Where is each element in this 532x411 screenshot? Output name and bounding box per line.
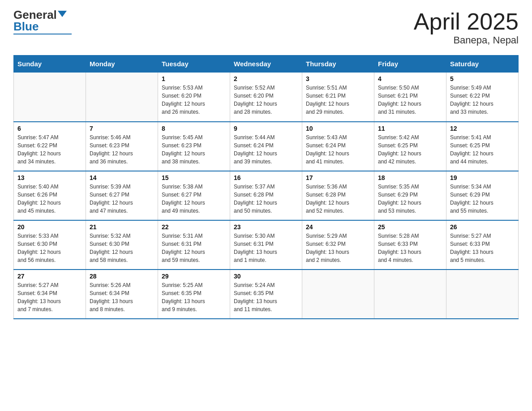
day-cell: 7Sunrise: 5:46 AM Sunset: 6:23 PM Daylig…	[86, 122, 158, 171]
day-number: 22	[162, 223, 226, 231]
header-cell-sunday: Sunday	[14, 56, 86, 73]
day-cell: 14Sunrise: 5:39 AM Sunset: 6:27 PM Dayli…	[86, 171, 158, 220]
calendar-table: SundayMondayTuesdayWednesdayThursdayFrid…	[13, 55, 519, 319]
day-number: 11	[378, 125, 442, 132]
day-info: Sunrise: 5:24 AM Sunset: 6:35 PM Dayligh…	[234, 281, 298, 313]
day-info: Sunrise: 5:28 AM Sunset: 6:33 PM Dayligh…	[378, 232, 442, 264]
day-number: 8	[162, 125, 226, 132]
day-number: 10	[306, 125, 370, 132]
header-cell-monday: Monday	[86, 56, 158, 73]
day-number: 14	[90, 174, 154, 181]
day-number: 5	[450, 75, 515, 82]
day-info: Sunrise: 5:35 AM Sunset: 6:29 PM Dayligh…	[378, 183, 442, 215]
day-cell: 27Sunrise: 5:27 AM Sunset: 6:34 PM Dayli…	[14, 270, 86, 319]
day-info: Sunrise: 5:26 AM Sunset: 6:34 PM Dayligh…	[90, 281, 154, 313]
day-info: Sunrise: 5:34 AM Sunset: 6:29 PM Dayligh…	[450, 183, 515, 215]
day-number: 2	[234, 75, 298, 82]
logo-blue-text: Blue	[13, 21, 39, 32]
day-number: 21	[90, 223, 154, 231]
day-cell: 28Sunrise: 5:26 AM Sunset: 6:34 PM Dayli…	[86, 270, 158, 319]
day-cell: 26Sunrise: 5:27 AM Sunset: 6:33 PM Dayli…	[446, 220, 519, 270]
calendar-header: SundayMondayTuesdayWednesdayThursdayFrid…	[14, 56, 519, 73]
header-cell-friday: Friday	[374, 56, 446, 73]
day-info: Sunrise: 5:42 AM Sunset: 6:25 PM Dayligh…	[378, 133, 442, 166]
day-cell: 15Sunrise: 5:38 AM Sunset: 6:27 PM Dayli…	[158, 171, 230, 220]
day-number: 27	[17, 273, 82, 280]
day-cell: 30Sunrise: 5:24 AM Sunset: 6:35 PM Dayli…	[230, 270, 302, 319]
day-cell: 4Sunrise: 5:50 AM Sunset: 6:21 PM Daylig…	[374, 73, 446, 122]
week-row-2: 6Sunrise: 5:47 AM Sunset: 6:22 PM Daylig…	[14, 122, 519, 171]
day-cell: 17Sunrise: 5:36 AM Sunset: 6:28 PM Dayli…	[302, 171, 374, 220]
day-info: Sunrise: 5:38 AM Sunset: 6:27 PM Dayligh…	[162, 183, 226, 215]
day-number: 15	[162, 174, 226, 181]
day-cell: 20Sunrise: 5:33 AM Sunset: 6:30 PM Dayli…	[14, 220, 86, 270]
day-cell	[86, 73, 158, 122]
day-info: Sunrise: 5:25 AM Sunset: 6:35 PM Dayligh…	[162, 281, 226, 313]
day-number: 9	[234, 125, 298, 132]
logo-underline	[13, 34, 72, 34]
day-cell: 10Sunrise: 5:43 AM Sunset: 6:24 PM Dayli…	[302, 122, 374, 171]
day-info: Sunrise: 5:43 AM Sunset: 6:24 PM Dayligh…	[306, 133, 370, 166]
day-cell: 21Sunrise: 5:32 AM Sunset: 6:30 PM Dayli…	[86, 220, 158, 270]
day-cell: 1Sunrise: 5:53 AM Sunset: 6:20 PM Daylig…	[158, 73, 230, 122]
day-cell: 2Sunrise: 5:52 AM Sunset: 6:20 PM Daylig…	[230, 73, 302, 122]
day-cell: 13Sunrise: 5:40 AM Sunset: 6:26 PM Dayli…	[14, 171, 86, 220]
day-cell: 12Sunrise: 5:41 AM Sunset: 6:25 PM Dayli…	[446, 122, 519, 171]
day-cell	[302, 270, 374, 319]
header-cell-thursday: Thursday	[302, 56, 374, 73]
day-number: 17	[306, 174, 370, 181]
day-info: Sunrise: 5:41 AM Sunset: 6:25 PM Dayligh…	[450, 133, 515, 166]
day-number: 29	[162, 273, 226, 280]
day-cell: 9Sunrise: 5:44 AM Sunset: 6:24 PM Daylig…	[230, 122, 302, 171]
week-row-5: 27Sunrise: 5:27 AM Sunset: 6:34 PM Dayli…	[14, 270, 519, 319]
title-block: April 2025 Banepa, Nepal	[414, 9, 519, 46]
day-info: Sunrise: 5:33 AM Sunset: 6:30 PM Dayligh…	[17, 232, 82, 264]
header-cell-wednesday: Wednesday	[230, 56, 302, 73]
day-info: Sunrise: 5:49 AM Sunset: 6:22 PM Dayligh…	[450, 84, 515, 116]
logo-general-text: General	[13, 9, 57, 21]
page-header: General Blue April 2025 Banepa, Nepal	[13, 9, 519, 46]
day-number: 3	[306, 75, 370, 82]
day-cell: 23Sunrise: 5:30 AM Sunset: 6:31 PM Dayli…	[230, 220, 302, 270]
day-info: Sunrise: 5:39 AM Sunset: 6:27 PM Dayligh…	[90, 183, 154, 215]
page-title: April 2025	[414, 9, 519, 34]
day-number: 1	[162, 75, 226, 82]
day-info: Sunrise: 5:45 AM Sunset: 6:23 PM Dayligh…	[162, 133, 226, 166]
logo-triangle-icon	[58, 11, 67, 17]
day-info: Sunrise: 5:31 AM Sunset: 6:31 PM Dayligh…	[162, 232, 226, 264]
day-info: Sunrise: 5:50 AM Sunset: 6:21 PM Dayligh…	[378, 84, 442, 116]
day-cell: 19Sunrise: 5:34 AM Sunset: 6:29 PM Dayli…	[446, 171, 519, 220]
day-info: Sunrise: 5:44 AM Sunset: 6:24 PM Dayligh…	[234, 133, 298, 166]
day-cell: 16Sunrise: 5:37 AM Sunset: 6:28 PM Dayli…	[230, 171, 302, 220]
day-number: 26	[450, 223, 515, 231]
day-info: Sunrise: 5:27 AM Sunset: 6:34 PM Dayligh…	[17, 281, 82, 313]
week-row-1: 1Sunrise: 5:53 AM Sunset: 6:20 PM Daylig…	[14, 73, 519, 122]
logo: General Blue	[13, 9, 72, 34]
day-info: Sunrise: 5:40 AM Sunset: 6:26 PM Dayligh…	[17, 183, 82, 215]
day-info: Sunrise: 5:29 AM Sunset: 6:32 PM Dayligh…	[306, 232, 370, 264]
day-number: 18	[378, 174, 442, 181]
day-cell	[14, 73, 86, 122]
day-number: 23	[234, 223, 298, 231]
day-info: Sunrise: 5:51 AM Sunset: 6:21 PM Dayligh…	[306, 84, 370, 116]
day-info: Sunrise: 5:46 AM Sunset: 6:23 PM Dayligh…	[90, 133, 154, 166]
day-info: Sunrise: 5:36 AM Sunset: 6:28 PM Dayligh…	[306, 183, 370, 215]
day-number: 25	[378, 223, 442, 231]
day-cell: 6Sunrise: 5:47 AM Sunset: 6:22 PM Daylig…	[14, 122, 86, 171]
page-subtitle: Banepa, Nepal	[414, 34, 519, 46]
day-number: 30	[234, 273, 298, 280]
day-number: 7	[90, 125, 154, 132]
day-number: 6	[17, 125, 82, 132]
day-cell: 11Sunrise: 5:42 AM Sunset: 6:25 PM Dayli…	[374, 122, 446, 171]
day-info: Sunrise: 5:30 AM Sunset: 6:31 PM Dayligh…	[234, 232, 298, 264]
day-cell: 3Sunrise: 5:51 AM Sunset: 6:21 PM Daylig…	[302, 73, 374, 122]
day-info: Sunrise: 5:47 AM Sunset: 6:22 PM Dayligh…	[17, 133, 82, 166]
week-row-3: 13Sunrise: 5:40 AM Sunset: 6:26 PM Dayli…	[14, 171, 519, 220]
day-cell: 25Sunrise: 5:28 AM Sunset: 6:33 PM Dayli…	[374, 220, 446, 270]
day-cell: 29Sunrise: 5:25 AM Sunset: 6:35 PM Dayli…	[158, 270, 230, 319]
day-info: Sunrise: 5:37 AM Sunset: 6:28 PM Dayligh…	[234, 183, 298, 215]
day-info: Sunrise: 5:52 AM Sunset: 6:20 PM Dayligh…	[234, 84, 298, 116]
day-info: Sunrise: 5:53 AM Sunset: 6:20 PM Dayligh…	[162, 84, 226, 116]
day-cell: 24Sunrise: 5:29 AM Sunset: 6:32 PM Dayli…	[302, 220, 374, 270]
day-number: 13	[17, 174, 82, 181]
